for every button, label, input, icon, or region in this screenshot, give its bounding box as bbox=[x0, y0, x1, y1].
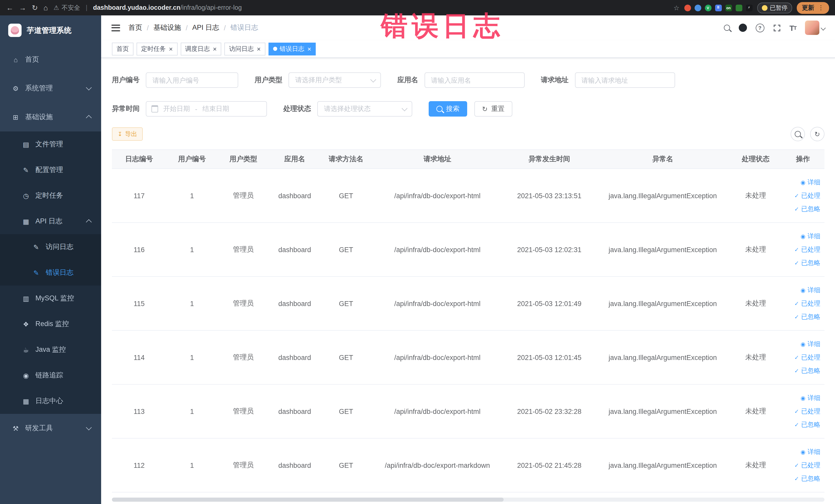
back-icon[interactable]: ← bbox=[6, 4, 13, 11]
action-processed[interactable]: ✓已处理 bbox=[783, 189, 820, 202]
sidebar-item-access-log[interactable]: ✎访问日志 bbox=[0, 234, 101, 260]
github-icon[interactable] bbox=[738, 24, 747, 32]
fullscreen-icon[interactable] bbox=[773, 24, 780, 32]
reload-icon[interactable]: ↻ bbox=[32, 4, 38, 11]
sidebar-item-config-mgmt[interactable]: ✎配置管理 bbox=[0, 157, 101, 183]
action-ignored[interactable]: ✓已忽略 bbox=[783, 256, 820, 269]
close-icon[interactable]: × bbox=[257, 45, 261, 52]
sidebar-item-java-monitor[interactable]: ☕Java 监控 bbox=[0, 337, 101, 363]
sidebar-item-home[interactable]: ⌂首页 bbox=[0, 45, 101, 74]
breadcrumb-item[interactable]: 基础设施 bbox=[154, 23, 181, 32]
breadcrumb-separator: / bbox=[186, 24, 188, 32]
sidebar-item-label: 日志中心 bbox=[36, 397, 63, 406]
sidebar-item-mysql-monitor[interactable]: ▥MySQL 监控 bbox=[0, 285, 101, 311]
sidebar-item-trace[interactable]: ◉链路追踪 bbox=[0, 363, 101, 388]
reset-button[interactable]: ↻ 重置 bbox=[474, 101, 512, 117]
toggle-search-button[interactable] bbox=[791, 127, 805, 141]
sidebar-item-system-mgmt[interactable]: ⚙系统管理 bbox=[0, 74, 101, 103]
chevron-down-icon bbox=[86, 84, 92, 90]
action-detail[interactable]: ◉详细 bbox=[783, 337, 820, 351]
action-detail[interactable]: ◉详细 bbox=[783, 283, 820, 297]
sidebar-item-api-log[interactable]: ▦API 日志 bbox=[0, 208, 101, 234]
action-ignored[interactable]: ✓已忽略 bbox=[783, 472, 820, 485]
action-detail[interactable]: ◉详细 bbox=[783, 229, 820, 243]
search-button[interactable]: 搜索 bbox=[429, 101, 467, 117]
update-label: 更新 bbox=[802, 3, 814, 12]
extension-green-v-icon[interactable]: V bbox=[705, 4, 711, 11]
bookmark-star-icon[interactable]: ☆ bbox=[674, 4, 679, 12]
user-type-select[interactable]: 请选择用户类型 bbox=[288, 73, 381, 88]
breadcrumb-item[interactable]: 首页 bbox=[128, 23, 142, 32]
action-ignored[interactable]: ✓已忽略 bbox=[783, 310, 820, 323]
app-header: 首页/基础设施/API 日志/错误日志 ? TT bbox=[101, 15, 835, 40]
process-status-select[interactable]: 请选择处理状态 bbox=[317, 101, 412, 117]
forward-icon[interactable]: → bbox=[19, 4, 26, 11]
extension-on-badge-icon[interactable]: on bbox=[725, 4, 732, 11]
tab-home[interactable]: 首页 bbox=[112, 42, 134, 55]
filter-exception-time: 异常时间 开始日期 - 结束日期 bbox=[112, 101, 267, 117]
close-icon[interactable]: × bbox=[307, 45, 311, 52]
action-processed[interactable]: ✓已处理 bbox=[783, 459, 820, 472]
sidebar-item-error-log[interactable]: ✎错误日志 bbox=[0, 260, 101, 285]
close-icon[interactable]: × bbox=[213, 45, 217, 52]
action-processed[interactable]: ✓已处理 bbox=[783, 405, 820, 418]
action-ignored[interactable]: ✓已忽略 bbox=[783, 364, 820, 378]
user-id-input[interactable] bbox=[146, 73, 238, 88]
kebab-menu-icon[interactable]: ⋮ bbox=[818, 4, 824, 11]
action-ignored[interactable]: ✓已忽略 bbox=[783, 202, 820, 216]
search-icon[interactable] bbox=[724, 25, 730, 31]
extension-leaf-icon[interactable] bbox=[735, 4, 742, 11]
extension-blue-grid-icon[interactable]: ⠿ bbox=[715, 4, 721, 11]
tab-access-log[interactable]: 访问日志× bbox=[224, 42, 265, 55]
table-row: 1141管理员dashboardGET/api/infra/db-doc/exp… bbox=[112, 330, 824, 384]
cell-log-id: 112 bbox=[112, 438, 166, 492]
app-name-input[interactable] bbox=[424, 73, 524, 88]
tab-error-log[interactable]: 错误日志× bbox=[268, 42, 316, 55]
table-body: 1171管理员dashboardGET/api/infra/db-doc/exp… bbox=[112, 169, 824, 492]
breadcrumb-separator: / bbox=[147, 24, 149, 32]
breadcrumb-item[interactable]: API 日志 bbox=[192, 23, 219, 32]
action-processed[interactable]: ✓已处理 bbox=[783, 243, 820, 256]
font-size-icon[interactable]: TT bbox=[789, 23, 796, 32]
action-processed[interactable]: ✓已处理 bbox=[783, 351, 820, 364]
extension-plug-icon[interactable]: ⚡ bbox=[746, 4, 752, 11]
action-ignored[interactable]: ✓已忽略 bbox=[783, 418, 820, 431]
sidebar-item-log-center[interactable]: ▦日志中心 bbox=[0, 388, 101, 414]
extension-blue-drop-icon[interactable] bbox=[694, 4, 701, 11]
sidebar-item-timed-task[interactable]: ◷定时任务 bbox=[0, 183, 101, 208]
action-detail[interactable]: ◉详细 bbox=[783, 445, 820, 459]
cell-method: GET bbox=[320, 223, 372, 277]
update-button[interactable]: 更新 ⋮ bbox=[797, 2, 829, 14]
request-url-input[interactable] bbox=[575, 73, 675, 88]
scrollbar-thumb[interactable] bbox=[112, 498, 504, 502]
close-icon[interactable]: × bbox=[169, 45, 173, 52]
sidebar-item-dev-tools[interactable]: ⚒研发工具 bbox=[0, 414, 101, 443]
sidebar-item-redis-monitor[interactable]: ❖Redis 监控 bbox=[0, 311, 101, 337]
horizontal-scrollbar bbox=[112, 498, 824, 502]
hamburger-icon[interactable] bbox=[111, 24, 120, 31]
action-processed[interactable]: ✓已处理 bbox=[783, 297, 820, 310]
cell-user-id: 1 bbox=[166, 277, 218, 330]
file-icon: ▤ bbox=[22, 140, 30, 148]
extension-red-ball-icon[interactable] bbox=[684, 4, 691, 11]
help-icon[interactable]: ? bbox=[755, 23, 764, 32]
cell-user-type: 管理员 bbox=[218, 223, 269, 277]
home-icon[interactable]: ⌂ bbox=[43, 4, 48, 11]
address-bar[interactable]: dashboard.yudao.iocoder.cn/infra/log/api… bbox=[93, 4, 242, 11]
paused-profile-badge[interactable]: 已暂停 bbox=[757, 2, 792, 13]
security-indicator[interactable]: ⚠ 不安全 bbox=[54, 3, 80, 12]
sidebar-item-infrastructure[interactable]: ⊞基础设施 bbox=[0, 103, 101, 132]
tab-timed-task[interactable]: 定时任务× bbox=[137, 42, 177, 55]
action-detail[interactable]: ◉详细 bbox=[783, 176, 820, 189]
app-logo[interactable]: 芋道管理系统 bbox=[0, 15, 101, 45]
refresh-button[interactable]: ↻ bbox=[810, 127, 824, 141]
date-range-picker[interactable]: 开始日期 - 结束日期 bbox=[146, 101, 267, 117]
tab-schedule-log[interactable]: 调度日志× bbox=[180, 42, 221, 55]
action-label: 已忽略 bbox=[801, 364, 820, 378]
avatar[interactable] bbox=[805, 21, 825, 35]
chevron-down-icon bbox=[86, 424, 92, 430]
export-button[interactable]: ↧ 导出 bbox=[112, 127, 143, 141]
action-detail[interactable]: ◉详细 bbox=[783, 391, 820, 405]
sidebar-item-file-mgmt[interactable]: ▤文件管理 bbox=[0, 132, 101, 157]
page-content: 用户编号 用户类型 请选择用户类型 应用名 bbox=[101, 58, 835, 504]
